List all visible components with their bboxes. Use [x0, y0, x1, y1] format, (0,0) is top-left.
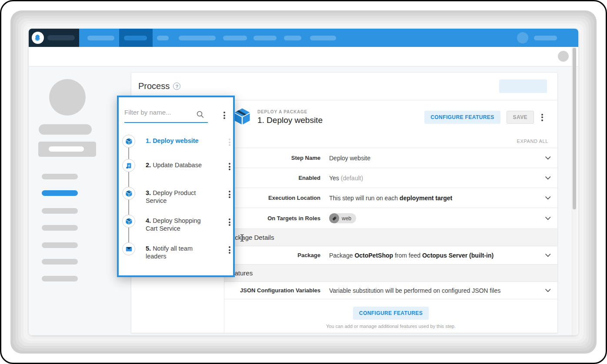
- field-value: Package OctoPetShop from feed Octopus Se…: [320, 252, 538, 259]
- expand-all-row: EXPAND ALL: [224, 134, 557, 148]
- sidebar-item-placeholder[interactable]: [42, 242, 78, 248]
- sidebar-item-placeholder[interactable]: [42, 259, 78, 265]
- user-menu-placeholder[interactable]: [534, 36, 557, 40]
- screenshot: Process ? DEPLOY A PACK: [0, 0, 607, 364]
- nav-item-placeholder[interactable]: [310, 36, 336, 40]
- step-type-kicker: DEPLOY A PACKAGE: [257, 109, 323, 114]
- sidebar-button-label-placeholder: [49, 146, 84, 152]
- field-label: On Targets in Roles: [224, 215, 320, 222]
- nav-item-placeholder[interactable]: [87, 36, 114, 40]
- step-menu-icon[interactable]: [227, 189, 232, 199]
- field-value: Deploy website: [320, 155, 538, 162]
- field-row-enabled[interactable]: Enabled Yes (default): [224, 168, 557, 188]
- sidebar-item-placeholder[interactable]: [42, 174, 78, 179]
- field-row-step-name[interactable]: Step Name Deploy website: [224, 148, 557, 168]
- chevron-down-icon[interactable]: [538, 254, 557, 257]
- step-menu-icon[interactable]: [227, 162, 232, 172]
- step-item-2[interactable]: 2. Update Database: [122, 159, 232, 172]
- configure-features-footer-button[interactable]: CONFIGURE FEATURES: [353, 307, 429, 320]
- field-row-json-config[interactable]: JSON Configuration Variables Variable su…: [224, 282, 557, 299]
- step-menu-icon[interactable]: [227, 137, 232, 147]
- search-icon: [196, 110, 204, 120]
- expand-all-button[interactable]: EXPAND ALL: [517, 139, 548, 144]
- scrollbar-thumb[interactable]: [573, 48, 576, 209]
- field-row-roles[interactable]: On Targets in Roles web: [224, 208, 557, 229]
- section-header-features: Features: [224, 265, 557, 282]
- step-menu-icon[interactable]: [227, 245, 232, 255]
- chevron-down-icon[interactable]: [538, 196, 557, 200]
- user-avatar[interactable]: [517, 32, 528, 43]
- nav-item-placeholder[interactable]: [253, 36, 277, 40]
- app-window: Process ? DEPLOY A PACK: [29, 29, 578, 335]
- step-menu-icon[interactable]: [227, 217, 232, 227]
- sidebar-item-placeholder[interactable]: [42, 225, 78, 231]
- filter-underline: [124, 122, 208, 123]
- project-avatar-placeholder: [49, 79, 86, 116]
- step-item-1[interactable]: 1. Deploy website: [122, 135, 232, 148]
- outer-frame: Process ? DEPLOY A PACK: [0, 0, 607, 364]
- chevron-down-icon[interactable]: [538, 156, 557, 160]
- filter-input[interactable]: [124, 109, 195, 116]
- sidebar-item-placeholder[interactable]: [42, 208, 78, 214]
- help-icon[interactable]: ?: [173, 83, 180, 90]
- project-title-placeholder: [39, 124, 92, 135]
- field-value: Yes (default): [320, 175, 538, 182]
- sidebar-item-active[interactable]: [42, 190, 78, 196]
- chevron-down-icon[interactable]: [538, 176, 557, 180]
- brand-name-placeholder: [47, 35, 75, 40]
- scrollbar-track[interactable]: [572, 47, 577, 335]
- steps-menu-icon[interactable]: [222, 110, 227, 120]
- role-chip[interactable]: web: [329, 213, 356, 223]
- step-editor-header: DEPLOY A PACKAGE 1. Deploy website CONFI…: [224, 100, 557, 134]
- field-row-execution-location[interactable]: Execution Location This step will run on…: [224, 188, 557, 208]
- page-title: Process: [138, 81, 170, 91]
- field-label: Package: [224, 252, 320, 258]
- toolbar-circle-placeholder[interactable]: [558, 51, 569, 62]
- chevron-down-icon[interactable]: [538, 289, 557, 292]
- step-editor: DEPLOY A PACKAGE 1. Deploy website CONFI…: [224, 100, 557, 333]
- step-title: 1. Deploy website: [257, 116, 323, 125]
- package-icon: [122, 215, 135, 228]
- add-step-button-placeholder[interactable]: [499, 79, 547, 93]
- field-value: web: [320, 213, 538, 223]
- text-cursor: [239, 234, 245, 244]
- step-item-3[interactable]: 3. Deploy Product Service: [122, 187, 232, 205]
- field-label: Step Name: [224, 155, 320, 161]
- features-footer: CONFIGURE FEATURES You can add or manage…: [224, 299, 557, 333]
- tag-icon: [329, 213, 339, 223]
- step-item-4[interactable]: 4. Deploy Shopping Cart Service: [122, 215, 232, 232]
- chevron-down-icon[interactable]: [538, 217, 557, 220]
- sub-header-bar: [29, 47, 578, 66]
- top-navbar: [29, 29, 578, 47]
- nav-item-placeholder[interactable]: [179, 36, 216, 40]
- brand-area: [29, 29, 79, 47]
- step-item-5[interactable]: 5. Notify all team leaders: [122, 242, 232, 260]
- page-body: Process ? DEPLOY A PACK: [29, 66, 578, 335]
- frame-ring: Process ? DEPLOY A PACK: [10, 10, 597, 354]
- steps-highlight-panel: 1. Deploy website 2. Update Database 3. …: [117, 96, 235, 277]
- section-header-package-details: Package Details: [224, 229, 557, 246]
- package-icon: [122, 135, 135, 148]
- sidebar-item-placeholder[interactable]: [42, 276, 78, 281]
- field-value: This step will run on each deployment ta…: [320, 195, 538, 202]
- nav-item-placeholder[interactable]: [223, 36, 247, 40]
- field-row-package[interactable]: Package Package OctoPetShop from feed Oc…: [224, 246, 557, 265]
- nav-tab-active-label-placeholder: [124, 36, 147, 40]
- nav-item-placeholder[interactable]: [284, 36, 301, 40]
- field-label: Execution Location: [224, 195, 320, 201]
- email-icon: [122, 242, 135, 255]
- default-hint: (default): [341, 175, 363, 182]
- field-value: Variable substitution will be performed …: [320, 287, 538, 294]
- field-label: Enabled: [224, 175, 320, 181]
- save-button[interactable]: SAVE: [507, 111, 534, 124]
- overflow-menu-icon[interactable]: [540, 113, 544, 122]
- nav-item-placeholder[interactable]: [157, 36, 169, 40]
- field-label: JSON Configuration Variables: [224, 287, 320, 294]
- octopus-logo-icon: [32, 32, 44, 44]
- role-chip-label: web: [342, 215, 351, 222]
- script-icon: [122, 159, 135, 172]
- package-icon: [122, 187, 135, 200]
- sidebar-button-placeholder[interactable]: [38, 142, 96, 157]
- configure-features-button[interactable]: CONFIGURE FEATURES: [424, 111, 500, 124]
- nav-tab-active[interactable]: [119, 29, 153, 47]
